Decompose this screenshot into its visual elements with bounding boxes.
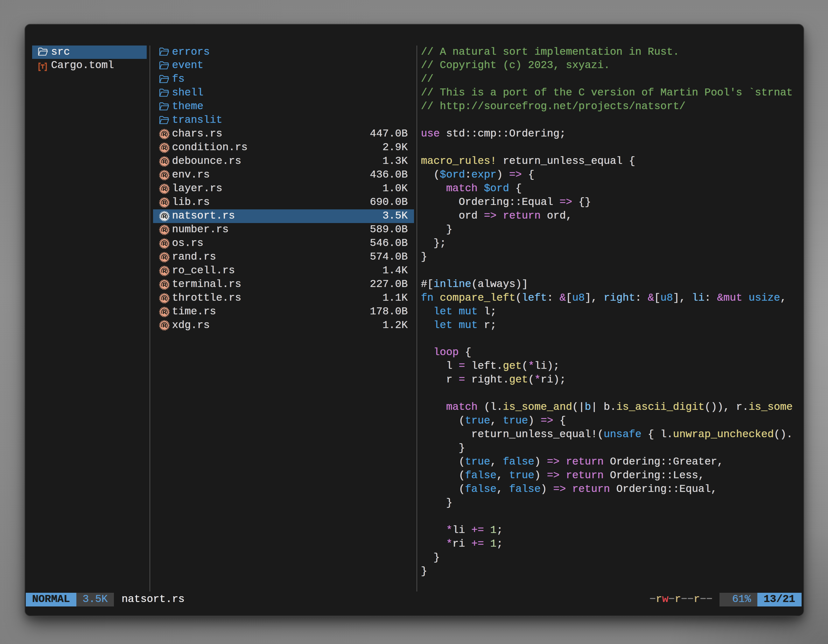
svg-text:R: R: [163, 159, 166, 165]
svg-text:R: R: [163, 241, 166, 247]
svg-text:R: R: [163, 282, 166, 288]
svg-text:R: R: [163, 172, 166, 179]
svg-text:R: R: [163, 186, 166, 192]
svg-text:R: R: [163, 227, 166, 233]
svg-text:R: R: [163, 145, 166, 151]
svg-text:R: R: [163, 213, 166, 219]
svg-text:R: R: [163, 295, 166, 301]
svg-text:R: R: [163, 254, 166, 260]
svg-text:R: R: [163, 132, 166, 138]
svg-text:R: R: [163, 200, 166, 206]
svg-text:R: R: [163, 309, 166, 315]
svg-text:R: R: [163, 323, 166, 329]
svg-text:R: R: [163, 268, 166, 274]
